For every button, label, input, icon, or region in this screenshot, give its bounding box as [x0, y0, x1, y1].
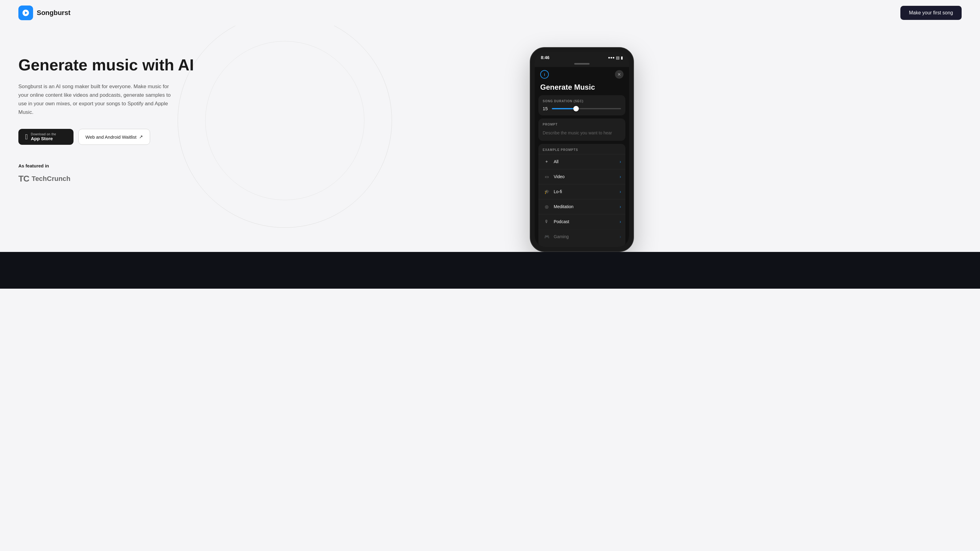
prompt-input-placeholder[interactable]: Describe the music you want to hear	[542, 129, 621, 137]
techcrunch-text: TechCrunch	[32, 175, 70, 183]
phone-screen: 8:46 ●●● ▤ ▮ i ✕ Generate Music	[535, 52, 629, 247]
logo: Songburst	[18, 5, 70, 20]
phone-handle-bar	[574, 63, 590, 65]
prompt-item-gaming[interactable]: 🎮 Gaming ›	[538, 229, 625, 244]
background-circle-outer	[178, 26, 392, 228]
prompt-item-podcast[interactable]: 🎙 Podcast ›	[538, 214, 625, 229]
bottom-section	[0, 252, 980, 289]
techcrunch-logo: TC TechCrunch	[18, 174, 202, 184]
close-icon: ✕	[615, 70, 624, 79]
hero-right: 8:46 ●●● ▤ ▮ i ✕ Generate Music	[202, 44, 962, 252]
prompt-label-gaming: Gaming	[554, 234, 620, 239]
nav-cta-button[interactable]: Make your first song	[900, 6, 962, 20]
phone-status-bar: 8:46 ●●● ▤ ▮	[535, 52, 629, 61]
gaming-icon: 🎮	[542, 233, 550, 241]
slider-thumb	[573, 106, 579, 111]
status-time: 8:46	[541, 55, 549, 60]
duration-slider[interactable]	[552, 108, 621, 109]
prompt-item-lofi[interactable]: 🎓 Lo-fi ›	[538, 184, 625, 199]
video-arrow-icon: ›	[620, 174, 621, 179]
logo-text: Songburst	[37, 9, 70, 17]
example-prompts-label: EXAMPLE PROMPTS	[538, 147, 625, 154]
status-icons: ●●● ▤ ▮	[608, 56, 623, 60]
hero-left: Generate music with AI Songburst is an A…	[18, 44, 202, 184]
prompt-item-meditation[interactable]: ◎ Meditation ›	[538, 199, 625, 214]
phone-app-content: i ✕ Generate Music SONG DURATION (SEC) 1…	[535, 67, 629, 247]
hero-buttons:  Download on the App Store Web and Andr…	[18, 129, 202, 145]
duration-row: 15	[542, 106, 621, 111]
example-prompts-section: EXAMPLE PROMPTS ✦ All › ▭ Video › 🎓	[538, 144, 625, 247]
waitlist-label: Web and Android Waitlist	[86, 134, 137, 140]
appstore-text: Download on the App Store	[31, 133, 56, 141]
prompt-label-video: Video	[554, 174, 620, 179]
video-icon: ▭	[542, 173, 550, 181]
lofi-arrow-icon: ›	[620, 189, 621, 194]
featured-section: As featured in TC TechCrunch	[18, 163, 202, 184]
songburst-brand-icon	[21, 9, 30, 17]
logo-icon	[18, 5, 33, 20]
external-link-icon: ↗	[139, 134, 143, 140]
apple-icon: 	[25, 133, 28, 140]
hero-description: Songburst is an AI song maker built for …	[18, 83, 178, 117]
tc-icon: TC	[18, 174, 29, 184]
featured-label: As featured in	[18, 163, 202, 168]
waitlist-button[interactable]: Web and Android Waitlist ↗	[78, 129, 150, 145]
info-icon: i	[540, 70, 549, 79]
prompt-item-video[interactable]: ▭ Video ›	[538, 169, 625, 184]
podcast-icon: 🎙	[542, 218, 550, 225]
app-modal-title: Generate Music	[535, 82, 629, 95]
wifi-icon: ▤	[616, 56, 620, 60]
appstore-button[interactable]:  Download on the App Store	[18, 129, 73, 145]
background-circle-inner	[205, 41, 364, 200]
slider-fill	[552, 108, 576, 109]
prompt-label-podcast: Podcast	[554, 219, 620, 224]
battery-icon: ▮	[621, 56, 623, 60]
meditation-arrow-icon: ›	[620, 204, 621, 209]
all-arrow-icon: ›	[620, 159, 621, 164]
gaming-arrow-icon: ›	[620, 234, 621, 239]
prompt-item-all[interactable]: ✦ All ›	[538, 154, 625, 169]
duration-value: 15	[542, 106, 549, 111]
app-header: i ✕	[535, 67, 629, 82]
podcast-arrow-icon: ›	[620, 219, 621, 224]
phone-mockup: 8:46 ●●● ▤ ▮ i ✕ Generate Music	[530, 47, 634, 252]
appstore-big-text: App Store	[31, 136, 53, 141]
prompt-label-all: All	[554, 159, 620, 164]
prompt-section: PROMPT Describe the music you want to he…	[538, 119, 625, 141]
hero-section: Generate music with AI Songburst is an A…	[0, 26, 980, 252]
appstore-small-text: Download on the	[31, 133, 56, 136]
signal-icon: ●●●	[608, 56, 615, 60]
prompt-label: PROMPT	[542, 123, 621, 126]
hero-title: Generate music with AI	[18, 56, 202, 74]
all-icon: ✦	[542, 158, 550, 166]
prompt-label-lofi: Lo-fi	[554, 189, 620, 194]
lofi-icon: 🎓	[542, 187, 550, 195]
meditation-icon: ◎	[542, 203, 550, 211]
duration-section: SONG DURATION (SEC) 15	[538, 95, 625, 115]
duration-label: SONG DURATION (SEC)	[542, 100, 621, 103]
navbar: Songburst Make your first song	[0, 0, 980, 26]
prompt-label-meditation: Meditation	[554, 204, 620, 209]
